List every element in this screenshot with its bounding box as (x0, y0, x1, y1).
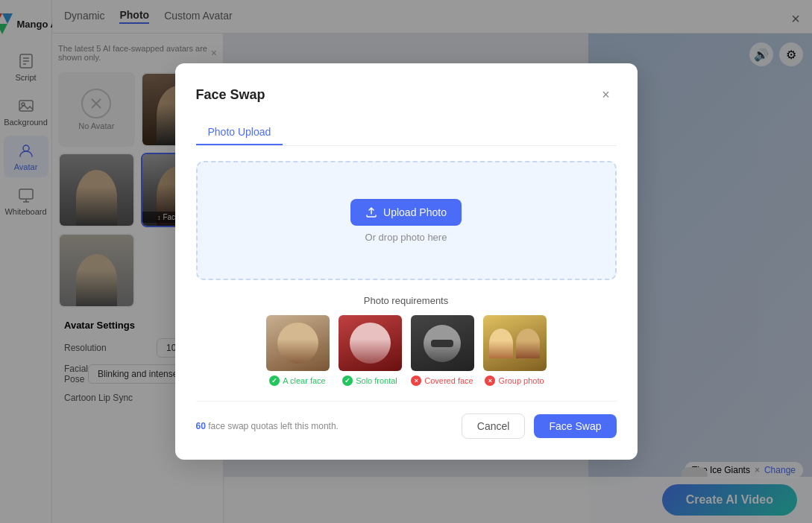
modal-overlay: Face Swap × Photo Upload Upload Photo Or… (0, 0, 812, 523)
group-photo-status: × Group photo (485, 375, 544, 386)
solo-frontal-status: ✓ Solo frontal (342, 375, 397, 386)
face-swap-button[interactable]: Face Swap (534, 414, 616, 438)
clear-face-ok-icon: ✓ (269, 375, 280, 386)
requirements-grid: ✓ A clear face ✓ Solo frontal (196, 315, 617, 386)
clear-face-img (277, 323, 318, 364)
modal-footer: 60 face swap quotas left this month. Can… (196, 401, 617, 439)
clear-face-label: A clear face (283, 376, 325, 385)
covered-face-no-icon: × (411, 375, 421, 386)
quota-number: 60 (196, 421, 206, 431)
solo-frontal-ok-icon: ✓ (342, 375, 353, 386)
modal-title: Face Swap (196, 87, 265, 103)
requirement-covered-face: × Covered face (411, 315, 474, 386)
group-photo-person2 (516, 329, 540, 358)
cancel-button[interactable]: Cancel (462, 413, 526, 439)
requirements-section: Photo requirements ✓ A clear face (196, 295, 617, 386)
modal-tabs: Photo Upload (196, 120, 617, 146)
upload-photo-button[interactable]: Upload Photo (350, 199, 462, 226)
modal-tab-photo-upload[interactable]: Photo Upload (196, 120, 283, 145)
requirement-clear-face: ✓ A clear face (266, 315, 330, 386)
requirement-solo-frontal: ✓ Solo frontal (339, 315, 402, 386)
face-swap-modal: Face Swap × Photo Upload Upload Photo Or… (175, 63, 638, 460)
covered-face-img (424, 325, 461, 362)
solo-frontal-label: Solo frontal (356, 376, 397, 385)
upload-button-label: Upload Photo (383, 206, 447, 218)
clear-face-photo (266, 315, 330, 371)
group-photo-photo (483, 315, 547, 371)
covered-face-label: Covered face (424, 376, 473, 385)
covered-face-status: × Covered face (411, 375, 473, 386)
upload-hint: Or drop photo here (365, 232, 447, 243)
covered-face-photo (411, 315, 474, 371)
solo-frontal-photo (339, 315, 402, 371)
modal-close-button[interactable]: × (596, 84, 617, 105)
group-photo-person1 (489, 329, 513, 358)
clear-face-status: ✓ A clear face (269, 375, 325, 386)
upload-area[interactable]: Upload Photo Or drop photo here (196, 161, 617, 280)
modal-header: Face Swap × (196, 84, 617, 105)
quota-text: 60 face swap quotas left this month. (196, 421, 339, 431)
app-container: Mango AI Script Background Avatar Whiteb (0, 0, 812, 523)
group-photo-no-icon: × (485, 375, 495, 386)
solo-frontal-img (350, 323, 391, 364)
requirement-group-photo: × Group photo (483, 315, 547, 386)
quota-suffix: face swap quotas left this month. (206, 421, 339, 431)
group-photo-label: Group photo (498, 376, 544, 385)
requirements-title: Photo requirements (196, 295, 617, 306)
